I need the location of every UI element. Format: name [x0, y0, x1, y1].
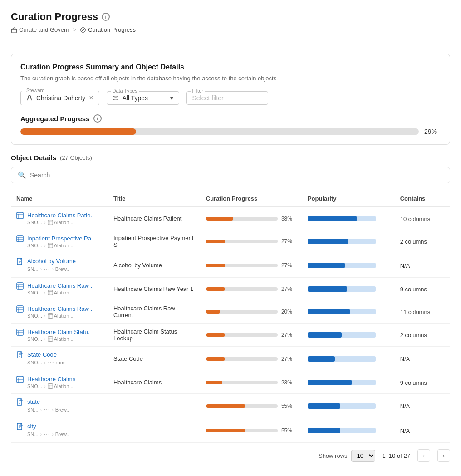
cell-name: state SN... › ⋯ › Brew.. — [11, 394, 108, 418]
breadcrumb-schema: Brew.. — [55, 407, 69, 412]
table-icon — [16, 212, 24, 219]
steward-clear-button[interactable]: × — [89, 94, 93, 102]
row-type-icon — [16, 329, 24, 336]
cell-contains: N/A — [395, 347, 450, 371]
object-name-link[interactable]: Healthcare Claims Patie. — [27, 212, 103, 219]
mini-progress-fill — [206, 287, 226, 291]
contains-value: 9 columns — [400, 286, 427, 293]
mini-progress-pct: 27% — [281, 286, 297, 292]
more-options-icon[interactable]: ⋯ — [44, 406, 50, 413]
cell-name: Healthcare Claim Statu. SNO... › Alation… — [11, 324, 108, 347]
svg-rect-28 — [17, 306, 23, 312]
mini-progress-fill — [206, 264, 226, 267]
breadcrumb-table-icon — [48, 383, 53, 389]
breadcrumb-table-icon — [48, 336, 53, 342]
svg-rect-46 — [17, 376, 23, 383]
svg-point-2 — [28, 96, 30, 98]
object-name-link[interactable]: Healthcare Claim Statu. — [27, 329, 103, 335]
show-rows: Show rows 10 25 50 — [319, 450, 375, 462]
object-name-link[interactable]: State Code — [27, 351, 103, 358]
breadcrumb-table-icon — [48, 290, 53, 295]
objects-table: Name Title Curation Progress Popularity … — [11, 191, 450, 443]
more-options-icon[interactable]: ⋯ — [44, 265, 50, 273]
row-type-icon — [16, 258, 24, 265]
breadcrumb-db: SNO... — [27, 336, 42, 342]
object-name-link[interactable]: Healthcare Claims — [27, 376, 103, 383]
svg-rect-21 — [17, 283, 23, 289]
breadcrumb-db: SNO... — [27, 290, 42, 295]
table-row: state SN... › ⋯ › Brew.. 55% N/ — [11, 394, 450, 418]
object-details-section: Object Details (27 Objects) 🔍 Name Title… — [11, 154, 450, 464]
cell-curation-progress: 23% — [201, 371, 302, 394]
svg-rect-50 — [48, 384, 53, 389]
cell-popularity — [302, 300, 395, 324]
svg-rect-3 — [17, 212, 23, 219]
mini-progress-track — [206, 429, 278, 432]
row-type-icon — [16, 212, 24, 219]
mini-progress-pct: 27% — [281, 332, 297, 338]
next-page-button[interactable]: › — [437, 449, 450, 462]
search-bar[interactable]: 🔍 — [11, 167, 450, 183]
object-name-link[interactable]: Healthcare Claims Raw . — [27, 282, 103, 289]
cell-curation-progress: 55% — [201, 394, 302, 418]
cell-contains: 9 columns — [395, 371, 450, 394]
more-options-icon[interactable]: ⋯ — [44, 431, 50, 438]
cell-title: Inpatient Prospective Payment S — [108, 230, 201, 253]
header-divider — [11, 44, 450, 44]
doc-icon — [16, 423, 24, 430]
svg-rect-7 — [48, 220, 53, 225]
data-types-field[interactable]: Data Types All Types ▾ — [107, 91, 179, 105]
filter-field[interactable]: Filter Select filter — [186, 91, 268, 105]
rows-per-page-select[interactable]: 10 25 50 — [351, 450, 375, 462]
breadcrumb-schema: Alation .. — [54, 383, 74, 389]
aggregated-progress-info-icon[interactable]: i — [93, 114, 102, 123]
object-name-link[interactable]: Healthcare Claims Raw . — [27, 305, 103, 312]
table-icon — [16, 282, 24, 290]
page-title-info-icon[interactable]: i — [102, 13, 110, 21]
popularity-fill — [308, 309, 350, 314]
steward-field[interactable]: Steward Christina Doherty × — [20, 91, 99, 105]
cell-title: State Code — [108, 347, 201, 371]
table-icon — [16, 235, 24, 242]
mini-progress-track — [206, 240, 278, 243]
svg-rect-14 — [48, 243, 53, 248]
data-types-arrow-icon[interactable]: ▾ — [170, 94, 173, 102]
object-name-link[interactable]: city — [27, 423, 103, 430]
cell-popularity — [302, 347, 395, 371]
cell-title: Healthcare Claims Patient — [108, 207, 201, 230]
cell-curation-progress: 20% — [201, 300, 302, 324]
mini-progress-fill — [206, 217, 233, 221]
cell-title: Healthcare Claims Raw Current — [108, 300, 201, 324]
breadcrumb-db: SNO... — [27, 313, 42, 319]
object-name-link[interactable]: Inpatient Prospective Pa. — [27, 235, 103, 242]
table-icon — [16, 376, 24, 383]
cell-popularity — [302, 371, 395, 394]
search-input[interactable] — [30, 172, 443, 179]
popularity-fill — [308, 356, 335, 362]
mini-progress-fill — [206, 333, 226, 337]
svg-rect-39 — [48, 336, 53, 341]
more-options-icon[interactable]: ⋯ — [48, 359, 54, 366]
row-type-icon — [16, 376, 24, 383]
section-title: Object Details — [11, 154, 56, 162]
prev-page-button[interactable]: ‹ — [417, 449, 430, 462]
table-row: State Code SNO... › ⋯ › ins State Code 2… — [11, 347, 450, 371]
breadcrumb-home-link[interactable]: Curate and Govern — [11, 26, 69, 33]
object-name-link[interactable]: state — [27, 398, 103, 405]
row-type-icon — [16, 282, 24, 290]
mini-progress-track — [206, 287, 278, 291]
svg-rect-10 — [17, 236, 23, 242]
cell-curation-progress: 38% — [201, 207, 302, 230]
doc-icon — [16, 398, 24, 406]
table-row: Healthcare Claims Patie. SNO... › Alatio… — [11, 207, 450, 230]
object-name-link[interactable]: Alcohol by Volume — [27, 258, 103, 265]
cell-curation-progress: 27% — [201, 324, 302, 347]
popularity-bar — [308, 380, 376, 385]
doc-icon — [16, 351, 24, 358]
breadcrumb-db: SNO... — [27, 243, 42, 248]
mini-progress-fill — [206, 357, 226, 361]
cell-popularity — [302, 253, 395, 278]
cell-name: Healthcare Claims Raw . SNO... › Alation… — [11, 300, 108, 324]
table-icon — [16, 329, 24, 336]
breadcrumb-schema: Alation .. — [54, 220, 74, 225]
